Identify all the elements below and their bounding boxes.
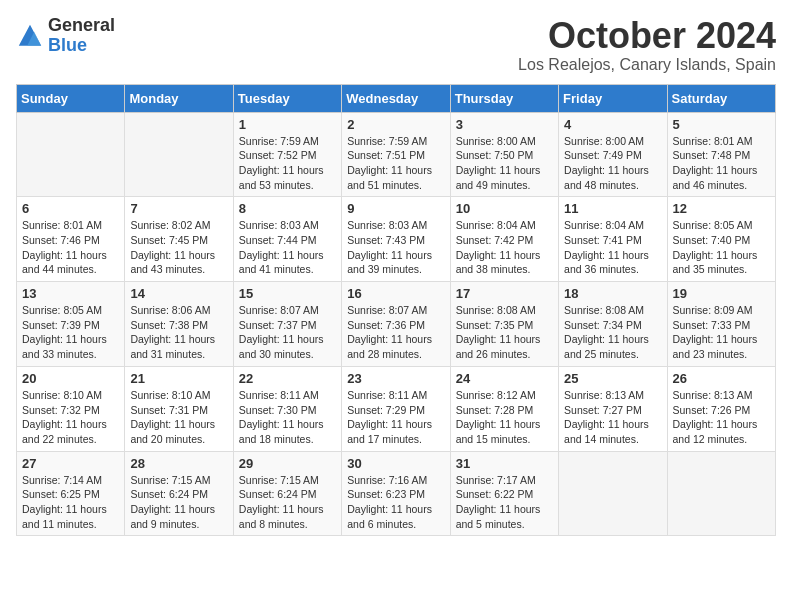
day-info: Sunrise: 8:06 AM Sunset: 7:38 PM Dayligh… <box>130 303 227 362</box>
day-header-friday: Friday <box>559 84 667 112</box>
page-header: General Blue October 2024 Los Realejos, … <box>16 16 776 74</box>
day-number: 4 <box>564 117 661 132</box>
calendar-cell: 24Sunrise: 8:12 AM Sunset: 7:28 PM Dayli… <box>450 366 558 451</box>
day-number: 9 <box>347 201 444 216</box>
day-number: 2 <box>347 117 444 132</box>
day-number: 12 <box>673 201 770 216</box>
calendar-cell: 27Sunrise: 7:14 AM Sunset: 6:25 PM Dayli… <box>17 451 125 536</box>
location-title: Los Realejos, Canary Islands, Spain <box>518 56 776 74</box>
day-info: Sunrise: 8:08 AM Sunset: 7:35 PM Dayligh… <box>456 303 553 362</box>
day-number: 15 <box>239 286 336 301</box>
month-title: October 2024 <box>518 16 776 56</box>
day-info: Sunrise: 8:03 AM Sunset: 7:44 PM Dayligh… <box>239 218 336 277</box>
calendar-cell: 8Sunrise: 8:03 AM Sunset: 7:44 PM Daylig… <box>233 197 341 282</box>
day-number: 23 <box>347 371 444 386</box>
day-info: Sunrise: 8:13 AM Sunset: 7:27 PM Dayligh… <box>564 388 661 447</box>
day-header-sunday: Sunday <box>17 84 125 112</box>
day-info: Sunrise: 8:07 AM Sunset: 7:36 PM Dayligh… <box>347 303 444 362</box>
calendar-cell: 26Sunrise: 8:13 AM Sunset: 7:26 PM Dayli… <box>667 366 775 451</box>
day-number: 7 <box>130 201 227 216</box>
day-header-saturday: Saturday <box>667 84 775 112</box>
calendar-cell: 16Sunrise: 8:07 AM Sunset: 7:36 PM Dayli… <box>342 282 450 367</box>
calendar-cell: 6Sunrise: 8:01 AM Sunset: 7:46 PM Daylig… <box>17 197 125 282</box>
day-info: Sunrise: 7:17 AM Sunset: 6:22 PM Dayligh… <box>456 473 553 532</box>
logo-general-text: General <box>48 16 115 36</box>
day-info: Sunrise: 8:10 AM Sunset: 7:32 PM Dayligh… <box>22 388 119 447</box>
calendar-cell <box>17 112 125 197</box>
calendar-cell: 22Sunrise: 8:11 AM Sunset: 7:30 PM Dayli… <box>233 366 341 451</box>
day-number: 11 <box>564 201 661 216</box>
calendar-cell: 4Sunrise: 8:00 AM Sunset: 7:49 PM Daylig… <box>559 112 667 197</box>
calendar-cell: 30Sunrise: 7:16 AM Sunset: 6:23 PM Dayli… <box>342 451 450 536</box>
day-number: 18 <box>564 286 661 301</box>
day-info: Sunrise: 7:15 AM Sunset: 6:24 PM Dayligh… <box>239 473 336 532</box>
calendar-cell: 7Sunrise: 8:02 AM Sunset: 7:45 PM Daylig… <box>125 197 233 282</box>
day-number: 14 <box>130 286 227 301</box>
calendar-header-row: SundayMondayTuesdayWednesdayThursdayFrid… <box>17 84 776 112</box>
day-info: Sunrise: 8:13 AM Sunset: 7:26 PM Dayligh… <box>673 388 770 447</box>
logo-icon <box>16 22 44 50</box>
calendar-cell: 14Sunrise: 8:06 AM Sunset: 7:38 PM Dayli… <box>125 282 233 367</box>
calendar-cell: 15Sunrise: 8:07 AM Sunset: 7:37 PM Dayli… <box>233 282 341 367</box>
day-number: 30 <box>347 456 444 471</box>
day-info: Sunrise: 8:03 AM Sunset: 7:43 PM Dayligh… <box>347 218 444 277</box>
day-info: Sunrise: 8:12 AM Sunset: 7:28 PM Dayligh… <box>456 388 553 447</box>
calendar-cell: 17Sunrise: 8:08 AM Sunset: 7:35 PM Dayli… <box>450 282 558 367</box>
calendar-cell: 29Sunrise: 7:15 AM Sunset: 6:24 PM Dayli… <box>233 451 341 536</box>
day-info: Sunrise: 8:01 AM Sunset: 7:46 PM Dayligh… <box>22 218 119 277</box>
calendar-cell: 9Sunrise: 8:03 AM Sunset: 7:43 PM Daylig… <box>342 197 450 282</box>
calendar-week-2: 6Sunrise: 8:01 AM Sunset: 7:46 PM Daylig… <box>17 197 776 282</box>
day-number: 28 <box>130 456 227 471</box>
day-number: 5 <box>673 117 770 132</box>
calendar-cell: 19Sunrise: 8:09 AM Sunset: 7:33 PM Dayli… <box>667 282 775 367</box>
calendar-cell: 18Sunrise: 8:08 AM Sunset: 7:34 PM Dayli… <box>559 282 667 367</box>
day-info: Sunrise: 8:05 AM Sunset: 7:40 PM Dayligh… <box>673 218 770 277</box>
day-number: 10 <box>456 201 553 216</box>
calendar-cell: 1Sunrise: 7:59 AM Sunset: 7:52 PM Daylig… <box>233 112 341 197</box>
day-info: Sunrise: 8:04 AM Sunset: 7:42 PM Dayligh… <box>456 218 553 277</box>
day-number: 3 <box>456 117 553 132</box>
calendar-cell: 31Sunrise: 7:17 AM Sunset: 6:22 PM Dayli… <box>450 451 558 536</box>
day-number: 20 <box>22 371 119 386</box>
day-number: 6 <box>22 201 119 216</box>
calendar-cell: 25Sunrise: 8:13 AM Sunset: 7:27 PM Dayli… <box>559 366 667 451</box>
calendar-cell: 20Sunrise: 8:10 AM Sunset: 7:32 PM Dayli… <box>17 366 125 451</box>
day-info: Sunrise: 8:09 AM Sunset: 7:33 PM Dayligh… <box>673 303 770 362</box>
day-info: Sunrise: 8:02 AM Sunset: 7:45 PM Dayligh… <box>130 218 227 277</box>
calendar-cell: 3Sunrise: 8:00 AM Sunset: 7:50 PM Daylig… <box>450 112 558 197</box>
calendar-cell: 13Sunrise: 8:05 AM Sunset: 7:39 PM Dayli… <box>17 282 125 367</box>
calendar-table: SundayMondayTuesdayWednesdayThursdayFrid… <box>16 84 776 537</box>
day-info: Sunrise: 7:16 AM Sunset: 6:23 PM Dayligh… <box>347 473 444 532</box>
day-info: Sunrise: 7:59 AM Sunset: 7:51 PM Dayligh… <box>347 134 444 193</box>
day-number: 22 <box>239 371 336 386</box>
day-number: 31 <box>456 456 553 471</box>
day-number: 1 <box>239 117 336 132</box>
day-info: Sunrise: 8:07 AM Sunset: 7:37 PM Dayligh… <box>239 303 336 362</box>
day-number: 26 <box>673 371 770 386</box>
day-number: 27 <box>22 456 119 471</box>
day-number: 17 <box>456 286 553 301</box>
calendar-body: 1Sunrise: 7:59 AM Sunset: 7:52 PM Daylig… <box>17 112 776 536</box>
calendar-week-3: 13Sunrise: 8:05 AM Sunset: 7:39 PM Dayli… <box>17 282 776 367</box>
day-info: Sunrise: 8:00 AM Sunset: 7:50 PM Dayligh… <box>456 134 553 193</box>
logo-blue-text: Blue <box>48 36 115 56</box>
day-info: Sunrise: 8:08 AM Sunset: 7:34 PM Dayligh… <box>564 303 661 362</box>
calendar-cell <box>559 451 667 536</box>
day-info: Sunrise: 8:11 AM Sunset: 7:29 PM Dayligh… <box>347 388 444 447</box>
day-header-wednesday: Wednesday <box>342 84 450 112</box>
day-number: 29 <box>239 456 336 471</box>
calendar-cell: 21Sunrise: 8:10 AM Sunset: 7:31 PM Dayli… <box>125 366 233 451</box>
day-info: Sunrise: 7:15 AM Sunset: 6:24 PM Dayligh… <box>130 473 227 532</box>
day-number: 13 <box>22 286 119 301</box>
day-info: Sunrise: 7:14 AM Sunset: 6:25 PM Dayligh… <box>22 473 119 532</box>
day-header-thursday: Thursday <box>450 84 558 112</box>
day-info: Sunrise: 7:59 AM Sunset: 7:52 PM Dayligh… <box>239 134 336 193</box>
calendar-cell: 2Sunrise: 7:59 AM Sunset: 7:51 PM Daylig… <box>342 112 450 197</box>
day-number: 25 <box>564 371 661 386</box>
day-number: 21 <box>130 371 227 386</box>
title-block: October 2024 Los Realejos, Canary Island… <box>518 16 776 74</box>
day-info: Sunrise: 8:05 AM Sunset: 7:39 PM Dayligh… <box>22 303 119 362</box>
calendar-week-1: 1Sunrise: 7:59 AM Sunset: 7:52 PM Daylig… <box>17 112 776 197</box>
day-number: 24 <box>456 371 553 386</box>
day-info: Sunrise: 8:10 AM Sunset: 7:31 PM Dayligh… <box>130 388 227 447</box>
